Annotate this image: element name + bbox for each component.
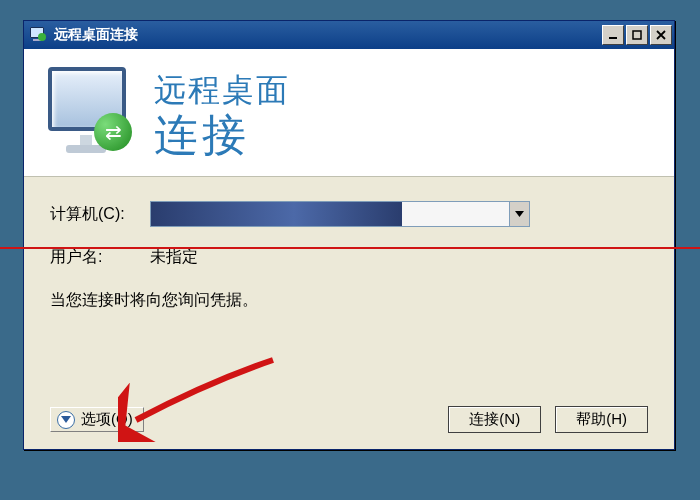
banner-line2: 连接 bbox=[154, 113, 290, 157]
annotation-redline bbox=[0, 247, 700, 249]
username-label: 用户名: bbox=[50, 247, 150, 268]
options-label: 选项(O) bbox=[81, 410, 133, 429]
username-value: 未指定 bbox=[150, 247, 198, 268]
close-button[interactable] bbox=[650, 25, 672, 45]
banner-line1: 远程桌面 bbox=[154, 69, 290, 113]
minimize-button[interactable] bbox=[602, 25, 624, 45]
titlebar-left: 远程桌面连接 bbox=[30, 26, 138, 44]
help-button[interactable]: 帮助(H) bbox=[555, 406, 648, 433]
computer-dropdown-button[interactable] bbox=[509, 202, 529, 226]
computer-input[interactable] bbox=[151, 202, 509, 226]
banner: ⇄ 远程桌面 连接 bbox=[24, 49, 674, 177]
connect-button[interactable]: 连接(N) bbox=[448, 406, 541, 433]
dialog-window: 远程桌面连接 ⇄ 远程桌面 连接 计算机(C): bbox=[23, 20, 675, 450]
banner-text: 远程桌面 连接 bbox=[154, 69, 290, 157]
svg-rect-1 bbox=[633, 31, 641, 39]
credentials-info: 当您连接时将向您询问凭据。 bbox=[50, 290, 648, 311]
maximize-button[interactable] bbox=[626, 25, 648, 45]
window-controls bbox=[602, 25, 672, 45]
svg-rect-0 bbox=[609, 37, 617, 39]
chevron-down-circle-icon bbox=[57, 411, 75, 429]
chevron-down-icon bbox=[515, 211, 524, 217]
maximize-icon bbox=[632, 30, 642, 40]
remote-desktop-icon bbox=[30, 27, 48, 43]
titlebar[interactable]: 远程桌面连接 bbox=[24, 21, 674, 49]
banner-icon: ⇄ bbox=[44, 65, 140, 161]
computer-label: 计算机(C): bbox=[50, 204, 150, 225]
footer-right: 连接(N) 帮助(H) bbox=[448, 406, 648, 433]
username-row: 用户名: 未指定 bbox=[50, 247, 648, 268]
computer-combobox[interactable] bbox=[150, 201, 530, 227]
minimize-icon bbox=[608, 30, 618, 40]
content-area: 计算机(C): 用户名: 未指定 当您连接时将向您询问凭据。 选项(O) 连接(… bbox=[24, 177, 674, 449]
close-icon bbox=[656, 30, 666, 40]
options-button[interactable]: 选项(O) bbox=[50, 407, 144, 432]
footer: 选项(O) 连接(N) 帮助(H) bbox=[50, 382, 648, 433]
computer-row: 计算机(C): bbox=[50, 201, 648, 227]
window-title: 远程桌面连接 bbox=[54, 26, 138, 44]
